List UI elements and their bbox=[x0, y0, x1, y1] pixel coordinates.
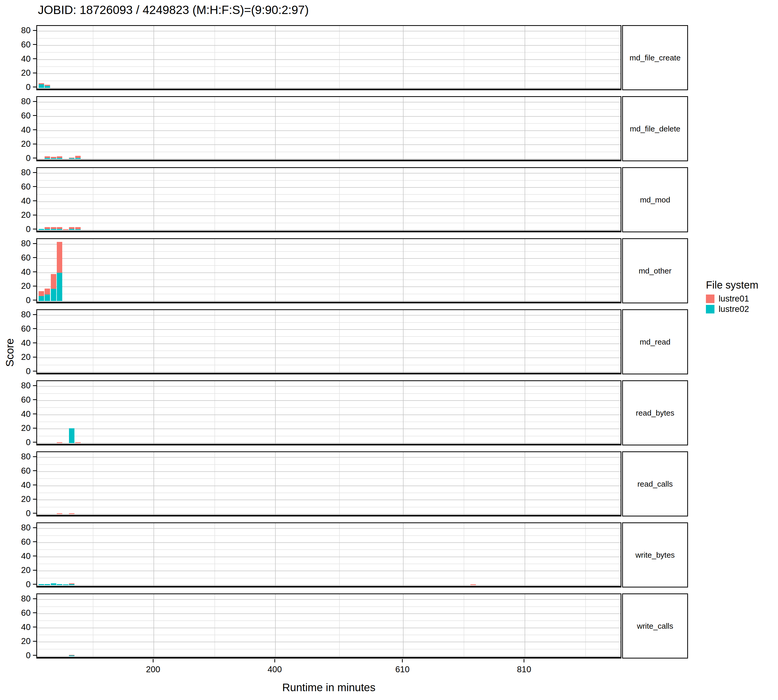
y-tick-mark bbox=[33, 158, 36, 158]
y-major-gridline bbox=[37, 443, 621, 443]
y-tick-mark bbox=[33, 115, 36, 116]
y-major-gridline bbox=[37, 315, 621, 315]
y-tick-mark bbox=[33, 499, 36, 500]
y-tick-label: 0 bbox=[0, 224, 31, 234]
x-minor-gridline bbox=[585, 452, 586, 515]
x-major-gridline bbox=[154, 523, 154, 586]
x-minor-gridline bbox=[339, 168, 340, 231]
x-major-gridline bbox=[154, 97, 154, 160]
bar-lustre02 bbox=[57, 229, 62, 230]
bar-lustre02 bbox=[75, 229, 81, 230]
y-tick-mark bbox=[33, 413, 36, 414]
y-tick-mark bbox=[33, 584, 36, 585]
x-major-gridline bbox=[154, 239, 154, 302]
y-major-gridline bbox=[37, 130, 621, 131]
bar-lustre01 bbox=[69, 583, 74, 584]
bar-lustre01 bbox=[51, 157, 56, 158]
y-tick-mark bbox=[33, 257, 36, 258]
y-tick-label: 0 bbox=[0, 437, 31, 447]
x-major-gridline bbox=[403, 452, 404, 515]
y-tick-mark bbox=[33, 541, 36, 542]
y-tick-mark bbox=[33, 399, 36, 400]
y-major-gridline bbox=[37, 514, 621, 514]
x-minor-gridline bbox=[214, 239, 215, 302]
y-major-gridline bbox=[37, 73, 621, 74]
x-major-gridline bbox=[275, 239, 275, 302]
x-major-gridline bbox=[154, 452, 154, 515]
x-minor-gridline bbox=[464, 168, 464, 231]
facet-strip-md_read: md_read bbox=[622, 309, 688, 374]
y-tick-mark bbox=[33, 342, 36, 343]
bar-lustre01 bbox=[57, 156, 62, 158]
bar-lustre02 bbox=[69, 655, 74, 656]
y-minor-gridline bbox=[37, 251, 621, 252]
y-tick-label: 60 bbox=[0, 537, 31, 547]
bar-lustre01 bbox=[75, 227, 81, 229]
bar-lustre02 bbox=[51, 289, 56, 301]
y-major-gridline bbox=[37, 571, 621, 571]
y-tick-mark bbox=[33, 300, 36, 300]
y-tick-label: 40 bbox=[0, 54, 31, 64]
x-minor-gridline bbox=[464, 26, 464, 89]
y-tick-mark bbox=[33, 129, 36, 130]
x-major-gridline bbox=[154, 168, 154, 231]
bar-lustre01 bbox=[57, 442, 62, 443]
bar-lustre02 bbox=[45, 295, 50, 301]
y-minor-gridline bbox=[37, 123, 621, 124]
y-tick-mark bbox=[33, 655, 36, 656]
facet-panel-md_other bbox=[36, 238, 621, 303]
x-major-gridline bbox=[525, 97, 525, 160]
bar-lustre02 bbox=[51, 583, 56, 585]
y-minor-gridline bbox=[37, 649, 621, 650]
x-minor-gridline bbox=[464, 310, 464, 373]
bar-lustre01 bbox=[51, 227, 56, 229]
y-tick-mark bbox=[33, 527, 36, 528]
x-minor-gridline bbox=[93, 168, 93, 231]
facet-strip-read_calls: read_calls bbox=[622, 452, 688, 517]
y-major-gridline bbox=[37, 88, 621, 88]
x-major-gridline bbox=[525, 26, 525, 89]
y-tick-label: 0 bbox=[0, 366, 31, 377]
y-major-gridline bbox=[37, 613, 621, 614]
x-major-gridline bbox=[403, 26, 404, 89]
y-tick-label: 40 bbox=[0, 622, 31, 632]
y-minor-gridline bbox=[37, 52, 621, 53]
y-major-gridline bbox=[37, 415, 621, 415]
bar-lustre01 bbox=[57, 242, 62, 273]
y-tick-mark bbox=[33, 286, 36, 287]
bar-lustre02 bbox=[51, 158, 56, 159]
y-major-gridline bbox=[37, 258, 621, 259]
x-minor-gridline bbox=[93, 523, 93, 586]
y-tick-mark bbox=[33, 570, 36, 571]
y-tick-label: 40 bbox=[0, 125, 31, 135]
y-major-gridline bbox=[37, 500, 621, 500]
y-minor-gridline bbox=[37, 422, 621, 422]
x-minor-gridline bbox=[93, 381, 93, 444]
y-minor-gridline bbox=[37, 180, 621, 181]
bar-lustre02 bbox=[69, 158, 74, 159]
x-major-gridline bbox=[525, 239, 525, 302]
y-major-gridline bbox=[37, 358, 621, 358]
y-minor-gridline bbox=[37, 194, 621, 195]
x-major-gridline bbox=[403, 239, 404, 302]
y-tick-label: 80 bbox=[0, 452, 31, 462]
legend-label: lustre02 bbox=[719, 304, 749, 314]
x-minor-gridline bbox=[214, 523, 215, 586]
chart-area: JOBID: 18726093 / 4249823 (M:H:F:S)=(9:9… bbox=[0, 0, 778, 700]
y-tick-label: 80 bbox=[0, 238, 31, 248]
bar-lustre01 bbox=[75, 156, 81, 158]
x-minor-gridline bbox=[585, 523, 586, 586]
y-tick-label: 60 bbox=[0, 395, 31, 405]
x-major-gridline bbox=[525, 381, 525, 444]
facet-panel-write_bytes bbox=[36, 522, 621, 587]
y-major-gridline bbox=[37, 428, 621, 429]
bar-lustre01 bbox=[45, 227, 50, 229]
bar-lustre02 bbox=[63, 584, 68, 585]
y-tick-label: 60 bbox=[0, 39, 31, 50]
x-minor-gridline bbox=[464, 594, 464, 657]
y-tick-label: 60 bbox=[0, 323, 31, 334]
y-major-gridline bbox=[37, 144, 621, 145]
x-minor-gridline bbox=[585, 168, 586, 231]
y-tick-label: 20 bbox=[0, 565, 31, 575]
facet-strip-write_calls: write_calls bbox=[622, 593, 688, 658]
